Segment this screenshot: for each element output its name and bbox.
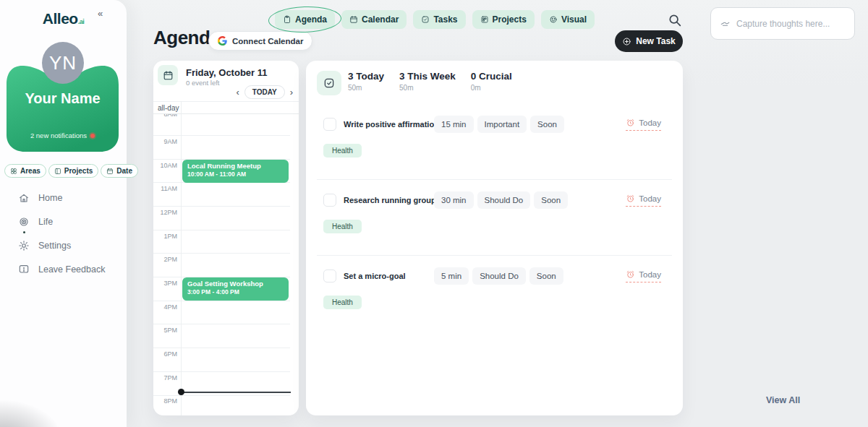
current-time-dot [178, 389, 184, 395]
pill-projects-label: Projects [64, 167, 93, 175]
hour-label: 9AM [153, 138, 177, 145]
task-title[interactable]: Write positive affirmations [344, 120, 434, 129]
tab-tasks[interactable]: Tasks [413, 10, 465, 29]
stat-today: 3 Today 50m [348, 71, 384, 92]
calendar-icon [349, 15, 358, 24]
stat-duration: 50m [399, 84, 456, 92]
connect-calendar-button[interactable]: Connect Calendar [208, 31, 312, 51]
next-day-icon[interactable]: › [290, 87, 293, 97]
time-gutter-divider [181, 101, 182, 415]
due-label: Today [639, 118, 661, 127]
notification-dot [90, 134, 95, 138]
hour-line [153, 253, 290, 254]
hour-line [153, 230, 290, 230]
new-task-button[interactable]: New Task [615, 30, 683, 52]
sidebar-menu: Home Life Settings Leave Feedback [18, 192, 105, 275]
sidebar-item-leave-feedback[interactable]: Leave Feedback [18, 264, 105, 275]
capture-thoughts-input[interactable] [736, 19, 846, 29]
area-tag[interactable]: Health [323, 296, 362, 309]
due-date-badge[interactable]: Today [626, 269, 661, 282]
task-title[interactable]: Set a micro-goal [344, 272, 434, 280]
sidebar: Alleo.ai « YN Your Name 2 new notificati… [0, 0, 127, 427]
due-date-badge[interactable]: Today [626, 194, 661, 207]
life-indicator-dot [23, 231, 25, 233]
task-checkbox[interactable] [323, 194, 336, 207]
task-checkbox[interactable] [323, 118, 336, 131]
tab-calendar[interactable]: Calendar [341, 10, 407, 29]
notifications-link[interactable]: 2 new notifications [7, 131, 119, 139]
due-label: Today [639, 194, 661, 203]
pill-areas[interactable]: Areas [4, 164, 46, 178]
stat-crucial: 0 Crucial 0m [471, 71, 512, 92]
duration-pill[interactable]: 5 min [434, 267, 469, 285]
area-tag[interactable]: Health [323, 220, 362, 233]
agenda-icon [283, 15, 292, 24]
urgency-pill[interactable]: Soon [530, 116, 564, 133]
calendar-icon [163, 70, 174, 81]
event-title: Local Running Meetup [187, 162, 284, 170]
tasks-panel: 3 Today 50m 3 This Week 50m 0 Crucial 0m… [306, 61, 683, 415]
pill-projects[interactable]: Projects [48, 164, 98, 178]
hour-label: 5PM [153, 327, 177, 334]
pill-date[interactable]: Date [101, 164, 138, 178]
hour-label: 3PM [153, 280, 177, 287]
hour-label: 8PM [153, 397, 177, 405]
pill-areas-label: Areas [20, 167, 41, 175]
menu-label: Leave Feedback [38, 264, 105, 275]
menu-label: Home [38, 193, 62, 203]
gear-icon [18, 240, 30, 251]
calendar-grid: all-day 8AM 9AM 10AM 11AM 12PM 1PM [153, 101, 299, 415]
alarm-icon [626, 194, 635, 203]
priority-pill[interactable]: Should Do [472, 267, 526, 285]
stat-this-week: 3 This Week 50m [399, 71, 456, 92]
hour-line [153, 371, 290, 372]
task-checkbox[interactable] [323, 269, 336, 282]
alarm-icon [626, 118, 635, 127]
area-tag[interactable]: Health [323, 144, 362, 158]
user-name: Your Name [7, 90, 119, 107]
urgency-pill[interactable]: Soon [529, 267, 563, 285]
tab-visual[interactable]: Visual [541, 10, 595, 29]
plus-circle-icon [622, 37, 631, 46]
hour-label: 6PM [153, 350, 177, 358]
calendar-event[interactable]: Local Running Meetup 10:00 AM - 11:00 AM [182, 160, 289, 183]
avatar[interactable]: YN [42, 42, 84, 84]
hour-label: 1PM [153, 233, 177, 240]
board-icon [54, 168, 61, 175]
duration-pill[interactable]: 15 min [434, 116, 474, 133]
alarm-icon [626, 269, 635, 279]
event-title: Goal Setting Workshop [187, 280, 284, 288]
sidebar-item-settings[interactable]: Settings [18, 240, 105, 251]
today-button[interactable]: TODAY [244, 85, 285, 99]
hour-label: 7PM [153, 374, 177, 381]
hour-grid: 8AM 9AM 10AM 11AM 12PM 1PM 2PM 3PM 4PM 5… [153, 114, 299, 415]
hour-label: 8AM [153, 114, 177, 118]
task-title[interactable]: Research running groups [344, 196, 434, 204]
priority-pill[interactable]: Important [477, 116, 527, 133]
sidebar-item-home[interactable]: Home [18, 192, 105, 204]
tab-agenda[interactable]: Agenda [275, 10, 335, 29]
collapse-sidebar-icon[interactable]: « [98, 8, 103, 19]
calendar-event[interactable]: Goal Setting Workshop 3:00 PM - 4:00 PM [182, 277, 289, 301]
due-date-badge[interactable]: Today [626, 118, 661, 131]
capture-thoughts-box [710, 7, 855, 40]
duration-pill[interactable]: 30 min [434, 191, 474, 209]
search-icon[interactable] [667, 12, 683, 28]
tab-projects[interactable]: Projects [472, 10, 535, 29]
urgency-pill[interactable]: Soon [534, 191, 568, 209]
alleo-logo: Alleo.ai [0, 10, 127, 27]
view-all-link[interactable]: View All [752, 395, 814, 405]
task-row: Write positive affirmations 15 min Impor… [317, 116, 672, 180]
priority-pill[interactable]: Should Do [477, 191, 531, 209]
sidebar-item-life[interactable]: Life [18, 216, 105, 228]
menu-label: Life [38, 217, 53, 227]
agenda-page: Alleo.ai « YN Your Name 2 new notificati… [0, 0, 868, 427]
stat-count: 3 This Week [399, 71, 456, 82]
checkbox-icon [421, 15, 430, 24]
prev-day-icon[interactable]: ‹ [236, 87, 239, 97]
connect-calendar-label: Connect Calendar [232, 37, 303, 46]
task-row: Research running groups 30 min Should Do… [317, 191, 672, 256]
sidebar-filter-pills: Areas Projects Date [4, 164, 138, 178]
new-task-label: New Task [636, 36, 675, 46]
tab-label: Calendar [362, 14, 399, 25]
